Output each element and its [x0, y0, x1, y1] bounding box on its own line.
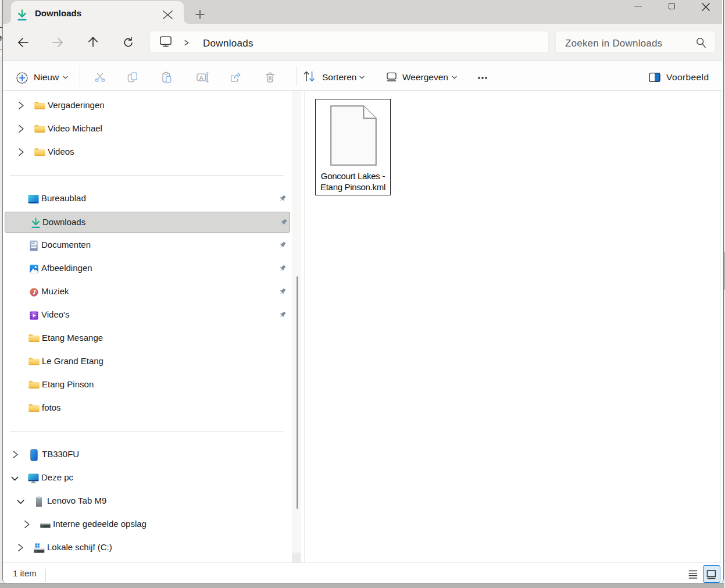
- svg-text:A: A: [199, 74, 203, 81]
